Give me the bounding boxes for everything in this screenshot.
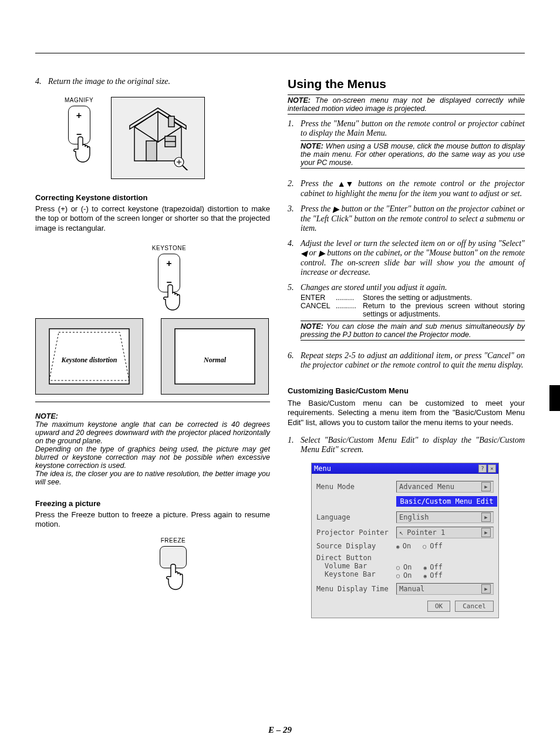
down-triangle-icon: ▼ [346, 180, 354, 189]
osd-menu-window: Menu ? × Menu Mode Advanced Menu ▶ Bas [311, 463, 499, 618]
menu-step-5: 5. Changes are stored until you adjust i… [288, 283, 525, 345]
dots: .......... [336, 302, 359, 318]
pointer-value: Pointer 1 [403, 528, 481, 537]
menu-mode-value: Advanced Menu [399, 483, 454, 491]
step5-note-text: You can close the main and sub menus sim… [301, 322, 525, 339]
step-number: 1. [288, 119, 297, 173]
osd-button-row: OK Cancel [316, 601, 494, 612]
close-icon[interactable]: × [488, 464, 496, 473]
dropdown-arrow-icon[interactable]: ▶ [481, 584, 491, 594]
keystone-body-text: Press (+) or (-) to correct keystone (tr… [35, 204, 270, 233]
cancel-label: CANCEL [301, 302, 332, 318]
keystone-on-radio[interactable]: On [396, 571, 412, 579]
distortion-box: Keystone distortion [35, 318, 143, 395]
note-prefix: NOTE: [301, 142, 323, 150]
top-rule [35, 53, 525, 53]
step4-text-b: buttons on the cabinet, or the "Mouse bu… [301, 248, 525, 277]
source-display-label: Source Display [316, 542, 392, 550]
svg-rect-6 [168, 116, 174, 127]
step2-text-a: Press the [301, 179, 338, 188]
step6-text: Repeat steps 2-5 to adjust an additional… [301, 351, 525, 370]
enter-def: ENTER ......... Stores the setting or ad… [301, 294, 525, 302]
step1-text: Press the "Menu" button on the remote co… [301, 119, 525, 137]
hand-pointer-icon [160, 284, 183, 310]
language-value: English [399, 513, 429, 521]
house-diagram [111, 97, 205, 179]
source-off-radio[interactable]: Off [423, 542, 443, 550]
plus-icon: + [76, 111, 82, 120]
ok-button[interactable]: OK [427, 601, 450, 612]
basic-custom-edit-bar[interactable]: Basic/Custom Menu Edit [396, 496, 497, 507]
osd-menu-mode-row: Menu Mode Advanced Menu ▶ [316, 481, 494, 493]
cursor-icon: ↖ [399, 528, 403, 537]
note-prefix: NOTE: [35, 412, 58, 420]
menu-step-3: 3. Press the ▶ button or the "Enter" but… [288, 204, 525, 233]
display-time-value: Manual [399, 585, 424, 593]
help-icon[interactable]: ? [478, 464, 487, 473]
svg-line-8 [183, 166, 188, 170]
osd-title-text: Menu [314, 464, 331, 473]
menu-step-4: 4. Adjust the level or turn the selected… [288, 239, 525, 277]
step-4: 4. Return the image to the original size… [35, 77, 270, 86]
right-column: Using the Menus NOTE: The on-screen menu… [288, 77, 525, 618]
language-dropdown[interactable]: English ▶ [396, 511, 494, 523]
volume-off-radio[interactable]: Off [424, 563, 443, 571]
dropdown-arrow-icon[interactable]: ▶ [481, 528, 491, 537]
top-note: NOTE: The on-screen menu may not be disp… [288, 95, 525, 114]
normal-label: Normal [204, 356, 226, 365]
display-time-dropdown[interactable]: Manual ▶ [396, 583, 494, 595]
keystone-note: NOTE: The maximum keystone angle that ca… [35, 402, 270, 486]
freeze-heading: Freezing a picture [35, 499, 270, 508]
freeze-body-text: Press the Freeze button to freeze a pict… [35, 510, 270, 530]
keystone-note-text: The maximum keystone angle that can be c… [35, 420, 270, 486]
osd-display-time-row: Menu Display Time Manual ▶ [316, 583, 494, 595]
magnify-caption: MAGNIFY [65, 97, 93, 103]
volume-on-radio[interactable]: On [396, 563, 412, 571]
keystone-off-radio[interactable]: Off [424, 571, 443, 579]
pointer-dropdown[interactable]: ↖ Pointer 1 ▶ [396, 527, 494, 538]
step-text: Return the image to the original size. [48, 77, 270, 86]
distortion-label: Keystone distortion [61, 356, 117, 365]
step3-text-a: Press the [301, 204, 333, 213]
keystone-heading: Correcting Keystone distortion [35, 193, 270, 202]
freeze-illustration: FREEZE [76, 537, 270, 589]
custom-body: The Basic/Custom menu can be customized … [288, 399, 525, 427]
display-time-label: Menu Display Time [316, 585, 392, 593]
left-triangle-icon: ◀ [301, 248, 307, 258]
page-footer: E – 29 [0, 725, 560, 735]
pointer-label: Projector Pointer [316, 528, 392, 537]
language-label: Language [316, 513, 392, 521]
step1-note: NOTE: When using a USB mouse, click the … [301, 140, 525, 169]
enter-desc: Stores the setting or adjustments. [363, 294, 525, 302]
hand-pointer-icon [163, 564, 186, 589]
step-number: 3. [288, 204, 297, 233]
note-prefix: NOTE: [301, 322, 323, 331]
step5-note: NOTE: You can close the main and sub men… [301, 321, 525, 341]
step5-text: Changes are stored until you adjust it a… [301, 283, 447, 292]
dropdown-arrow-icon[interactable]: ▶ [481, 513, 491, 522]
custom-heading: Customizing Basic/Custom Menu [288, 386, 525, 395]
plus-icon: + [166, 259, 171, 268]
step1-note-text: When using a USB mouse, click the mouse … [301, 142, 525, 167]
svg-rect-3 [146, 141, 157, 161]
cancel-button[interactable]: Cancel [455, 601, 494, 612]
magnify-button-illustration: MAGNIFY + − [65, 97, 93, 162]
freeze-caption: FREEZE [161, 537, 185, 544]
cancel-desc: Return to the previous screen without st… [363, 302, 525, 318]
menu-step-6: 6. Repeat steps 2-5 to adjust an additio… [288, 351, 525, 370]
left-column: 4. Return the image to the original size… [35, 77, 270, 618]
right-triangle-icon: ▶ [333, 204, 339, 214]
step-number: 2. [288, 179, 297, 198]
enter-label: ENTER [301, 294, 332, 302]
menu-mode-dropdown[interactable]: Advanced Menu ▶ [396, 481, 494, 493]
dropdown-arrow-icon[interactable]: ▶ [481, 482, 491, 491]
keystone-caption: KEYSTONE [152, 245, 186, 251]
section-heading: Using the Menus [288, 77, 525, 91]
source-on-radio[interactable]: On [396, 542, 411, 550]
menu-step-1: 1. Press the "Menu" button on the remote… [288, 119, 525, 173]
top-note-text: The on-screen menu may not be displayed … [288, 96, 525, 113]
custom-step-1: 1. Select "Basic/Custom Menu Edit" to di… [288, 436, 525, 454]
note-prefix: NOTE: [288, 96, 311, 105]
page-edge-tab [549, 385, 560, 411]
dots: ......... [336, 294, 359, 302]
